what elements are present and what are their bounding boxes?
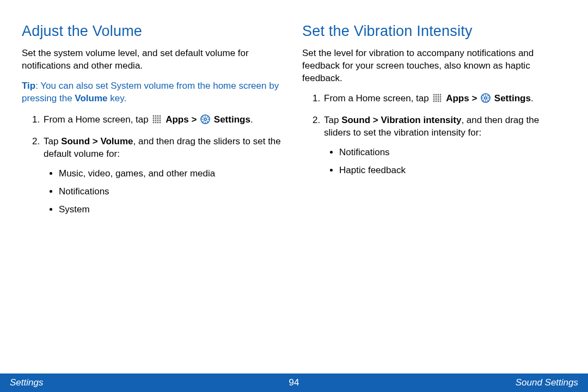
step1-text-before: From a Home screen, tap (324, 93, 431, 103)
bullet-haptic: Haptic feedback (339, 163, 566, 177)
svg-point-32 (438, 96, 439, 97)
vibration-bullets: Notifications Haptic feedback (324, 145, 566, 177)
svg-point-29 (440, 94, 442, 95)
step1-text-before: From a Home screen, tap (44, 114, 151, 125)
step1-settings: Settings (214, 114, 250, 125)
step1-apps: Apps > (166, 114, 199, 125)
step1-apps: Apps > (446, 93, 480, 103)
svg-point-43 (485, 97, 487, 99)
svg-point-8 (153, 119, 155, 121)
right-column: Set the Vibration Intensity Set the leve… (302, 23, 566, 224)
svg-point-14 (157, 121, 159, 123)
svg-point-27 (436, 94, 437, 95)
svg-point-39 (436, 100, 437, 102)
bullet-media: Music, video, games, and other media (59, 166, 286, 181)
tip-body-2: key. (107, 93, 126, 103)
svg-point-12 (153, 121, 155, 123)
settings-gear-icon (200, 114, 210, 128)
heading-adjust-volume: Adjust the Volume (22, 23, 286, 40)
svg-line-24 (203, 121, 203, 121)
svg-point-37 (440, 98, 442, 100)
step-2: Tap Sound > Volume, and then drag the sl… (42, 136, 286, 217)
tip-body-1: : You can also set System volume from th… (22, 81, 279, 103)
svg-line-23 (207, 121, 207, 121)
bullet-notifications: Notifications (339, 145, 566, 160)
svg-point-10 (157, 119, 159, 121)
svg-point-0 (153, 115, 155, 117)
page-number: 94 (289, 377, 299, 388)
step2-bold: Sound > Volume (61, 136, 133, 146)
svg-point-34 (433, 98, 435, 100)
footer-right: Sound Settings (516, 377, 578, 388)
intro-text: Set the level for vibration to accompany… (302, 47, 566, 85)
step-2: Tap Sound > Vibration intensity, and the… (323, 114, 566, 177)
left-column: Adjust the Volume Set the system volume … (22, 23, 286, 224)
steps-list: From a Home screen, tap Apps > Settings.… (22, 114, 286, 217)
svg-point-26 (433, 94, 435, 95)
svg-point-36 (438, 98, 439, 100)
svg-line-22 (203, 117, 203, 117)
svg-line-48 (483, 95, 483, 96)
step1-settings: Settings (494, 93, 531, 103)
svg-point-17 (204, 118, 206, 120)
svg-point-2 (157, 115, 159, 117)
footer-left: Settings (10, 377, 43, 388)
svg-point-7 (160, 117, 161, 119)
bullet-system: System (59, 202, 286, 217)
svg-point-4 (153, 117, 155, 119)
svg-point-11 (160, 119, 161, 121)
volume-bullets: Music, video, games, and other media Not… (44, 166, 286, 217)
svg-point-9 (155, 119, 157, 121)
tip-bold: Volume (75, 93, 107, 103)
svg-point-41 (440, 100, 442, 102)
svg-line-49 (487, 100, 488, 100)
apps-grid-icon (432, 93, 442, 107)
svg-point-13 (155, 121, 157, 123)
svg-point-6 (157, 117, 159, 119)
page-footer: Settings 94 Sound Settings (0, 373, 588, 392)
svg-line-50 (483, 100, 483, 100)
step1-after: . (531, 93, 534, 103)
intro-text: Set the system volume level, and set def… (22, 47, 286, 72)
tip-label: Tip (22, 81, 35, 91)
svg-point-38 (433, 100, 435, 102)
step2-before: Tap (324, 115, 341, 125)
svg-point-5 (155, 117, 157, 119)
settings-gear-icon (481, 93, 491, 107)
steps-list: From a Home screen, tap Apps > Settings.… (302, 93, 566, 177)
svg-point-28 (438, 94, 439, 95)
step2-bold: Sound > Vibration intensity (341, 115, 461, 125)
apps-grid-icon (152, 114, 162, 128)
svg-point-15 (160, 121, 161, 123)
svg-point-30 (433, 96, 435, 97)
step-1: From a Home screen, tap Apps > Settings. (323, 93, 566, 107)
svg-point-35 (436, 98, 437, 100)
content-columns: Adjust the Volume Set the system volume … (0, 0, 588, 224)
svg-line-25 (207, 117, 207, 117)
svg-point-31 (436, 96, 437, 97)
tip-text: Tip: You can also set System volume from… (22, 80, 286, 105)
svg-point-40 (438, 100, 439, 102)
step2-before: Tap (44, 136, 61, 146)
step-1: From a Home screen, tap Apps > Settings. (42, 114, 286, 128)
document-page: Adjust the Volume Set the system volume … (0, 0, 588, 392)
step1-after: . (250, 114, 253, 125)
bullet-notifications: Notifications (59, 184, 286, 199)
svg-point-33 (440, 96, 442, 97)
svg-point-3 (160, 115, 161, 117)
heading-vibration: Set the Vibration Intensity (302, 23, 566, 40)
svg-point-1 (155, 115, 157, 117)
svg-line-51 (487, 95, 488, 96)
